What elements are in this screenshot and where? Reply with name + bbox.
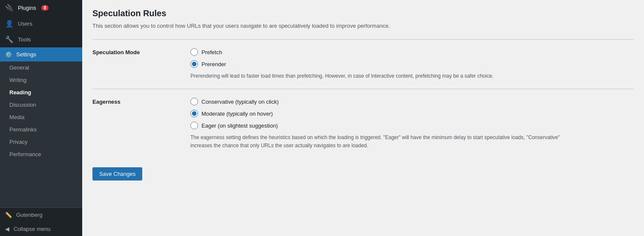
sidebar-item-collapse[interactable]: ◀ Collapse menu — [0, 222, 82, 236]
sidebar-item-plugins[interactable]: 🔌 Plugins 8 — [0, 0, 82, 16]
eagerness-description: The eagerness setting defines the heuris… — [190, 134, 574, 150]
prefetch-label: Prefetch — [201, 49, 222, 55]
sidebar: 🔌 Plugins 8 👤 Users 🔧 Tools ⚙️ Settings … — [0, 0, 82, 236]
settings-submenu: General Writing Reading Discussion Media… — [0, 61, 82, 160]
sidebar-item-writing[interactable]: Writing — [0, 74, 82, 86]
conservative-label: Conservative (typically on click) — [201, 99, 279, 105]
collapse-label: Collapse menu — [14, 226, 51, 232]
main-content: Speculation Rules This section allows yo… — [82, 0, 644, 236]
top-nav: 🔌 Plugins 8 👤 Users 🔧 Tools — [0, 0, 82, 47]
settings-icon: ⚙️ — [5, 51, 12, 58]
eagerness-label: Eagerness — [92, 98, 190, 150]
sidebar-item-privacy[interactable]: Privacy — [0, 136, 82, 148]
prefetch-option[interactable]: Prefetch — [190, 48, 634, 56]
users-icon: 👤 — [5, 20, 14, 28]
speculation-mode-description: Prerendering will lead to faster load ti… — [190, 72, 574, 80]
conservative-radio[interactable] — [190, 98, 198, 105]
moderate-label: Moderate (typically on hover) — [201, 111, 273, 117]
settings-menu: ⚙️ Settings General Writing Reading Disc… — [0, 47, 82, 207]
page-description: This section allows you to control how U… — [92, 23, 476, 29]
save-button[interactable]: Save Changes — [92, 167, 142, 181]
sidebar-item-general[interactable]: General — [0, 61, 82, 74]
prerender-label: Prerender — [201, 61, 226, 67]
sidebar-item-reading[interactable]: Reading — [0, 86, 82, 99]
plugins-icon: 🔌 — [5, 4, 14, 12]
speculation-mode-control: Prefetch Prerender Prerendering will lea… — [190, 48, 634, 80]
page-title: Speculation Rules — [92, 9, 634, 18]
sidebar-bottom: ✏️ Gutenberg ◀ Collapse menu — [0, 207, 82, 236]
prerender-option[interactable]: Prerender — [190, 60, 634, 68]
tools-label: Tools — [18, 36, 31, 43]
speculation-mode-label: Speculation Mode — [92, 48, 190, 80]
eagerness-section: Eagerness Conservative (typically on cli… — [92, 89, 634, 158]
eager-option[interactable]: Eager (on slightest suggestion) — [190, 122, 634, 129]
eagerness-control: Conservative (typically on click) Modera… — [190, 98, 634, 150]
conservative-option[interactable]: Conservative (typically on click) — [190, 98, 634, 105]
sidebar-item-performance[interactable]: Performance — [0, 148, 82, 160]
eager-label: Eager (on slightest suggestion) — [201, 122, 278, 129]
plugins-label: Plugins — [18, 5, 36, 11]
settings-header-label: Settings — [16, 51, 36, 58]
prefetch-radio[interactable] — [190, 48, 198, 56]
sidebar-item-permalinks[interactable]: Permalinks — [0, 123, 82, 136]
settings-menu-header[interactable]: ⚙️ Settings — [0, 47, 82, 61]
plugins-badge: 8 — [41, 5, 49, 11]
speculation-mode-section: Speculation Mode Prefetch Prerender Prer… — [92, 39, 634, 89]
sidebar-item-users[interactable]: 👤 Users — [0, 16, 82, 32]
users-label: Users — [18, 20, 32, 27]
sidebar-item-tools[interactable]: 🔧 Tools — [0, 32, 82, 47]
sidebar-item-discussion[interactable]: Discussion — [0, 99, 82, 111]
sidebar-item-gutenberg[interactable]: ✏️ Gutenberg — [0, 208, 82, 222]
sidebar-item-media[interactable]: Media — [0, 111, 82, 123]
save-row: Save Changes — [92, 159, 634, 189]
gutenberg-icon: ✏️ — [5, 212, 12, 218]
tools-icon: 🔧 — [5, 35, 14, 44]
gutenberg-label: Gutenberg — [16, 212, 42, 218]
eager-radio[interactable] — [190, 122, 198, 129]
moderate-radio[interactable] — [190, 110, 198, 117]
prerender-radio[interactable] — [190, 60, 198, 68]
collapse-icon: ◀ — [5, 226, 9, 232]
moderate-option[interactable]: Moderate (typically on hover) — [190, 110, 634, 117]
